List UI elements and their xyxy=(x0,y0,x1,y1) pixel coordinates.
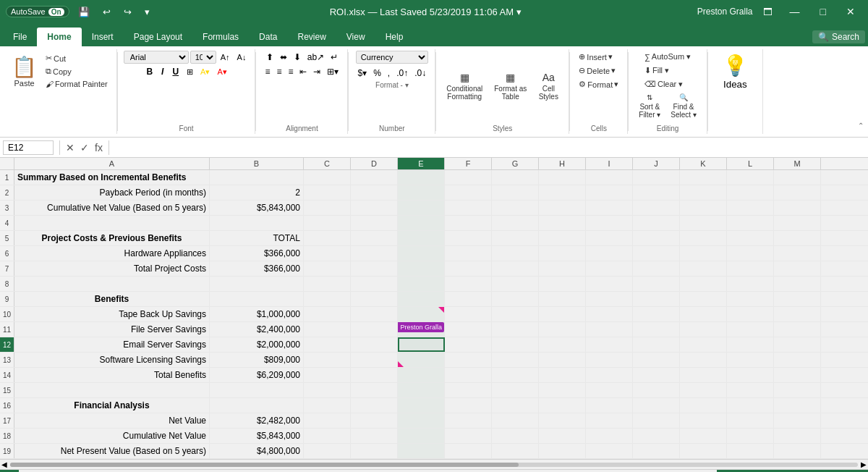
cell-A5[interactable]: Project Costs & Previous Benefits xyxy=(14,231,210,245)
tab-view[interactable]: View xyxy=(336,28,375,46)
cell-J4[interactable] xyxy=(633,216,680,230)
cell-L6[interactable] xyxy=(727,246,774,261)
cell-E11[interactable]: 👤 Preston Gralla xyxy=(398,322,445,337)
tab-page-layout[interactable]: Page Layout xyxy=(124,28,192,46)
cell-I8[interactable] xyxy=(586,277,633,291)
cell-D1[interactable] xyxy=(351,170,398,185)
cell-G17[interactable] xyxy=(492,413,539,428)
cell-L12[interactable] xyxy=(727,337,774,352)
cell-G4[interactable] xyxy=(492,216,539,230)
cell-M16[interactable] xyxy=(774,398,821,413)
cell-I16[interactable] xyxy=(586,398,633,413)
row-num-14[interactable]: 14 xyxy=(0,368,14,382)
cell-B4[interactable] xyxy=(210,216,304,230)
cell-L4[interactable] xyxy=(727,216,774,230)
cell-L19[interactable] xyxy=(727,444,774,458)
cell-H11[interactable] xyxy=(539,322,586,337)
row-num-9[interactable]: 9 xyxy=(0,292,14,306)
cell-M10[interactable] xyxy=(774,307,821,321)
cell-K13[interactable] xyxy=(680,353,727,367)
cell-G12[interactable] xyxy=(492,337,539,352)
cell-K10[interactable] xyxy=(680,307,727,321)
customize-quick-access-btn[interactable]: ▾ xyxy=(140,5,154,19)
cell-F17[interactable] xyxy=(445,413,492,428)
col-header-G[interactable]: G xyxy=(492,158,539,169)
cell-I1[interactable] xyxy=(586,170,633,185)
cell-G15[interactable] xyxy=(492,383,539,397)
cell-M2[interactable] xyxy=(774,185,821,200)
cell-C18[interactable] xyxy=(304,429,351,443)
tab-insert[interactable]: Insert xyxy=(82,28,124,46)
cell-K5[interactable] xyxy=(680,231,727,245)
cell-L18[interactable] xyxy=(727,429,774,443)
cell-F10[interactable] xyxy=(445,307,492,321)
cell-K1[interactable] xyxy=(680,170,727,185)
cell-M15[interactable] xyxy=(774,383,821,397)
undo-btn[interactable]: ↩ xyxy=(98,5,115,19)
cell-B16[interactable] xyxy=(210,398,304,413)
col-header-C[interactable]: C xyxy=(304,158,351,169)
tab-review[interactable]: Review xyxy=(287,28,336,46)
cell-D3[interactable] xyxy=(351,201,398,215)
cell-G8[interactable] xyxy=(492,277,539,291)
cell-M14[interactable] xyxy=(774,368,821,382)
cell-G16[interactable] xyxy=(492,398,539,413)
cell-M11[interactable] xyxy=(774,322,821,337)
cell-I11[interactable] xyxy=(586,322,633,337)
cell-I13[interactable] xyxy=(586,353,633,367)
cell-A14[interactable]: Total Benefits xyxy=(14,368,210,382)
cell-D18[interactable] xyxy=(351,429,398,443)
cell-H8[interactable] xyxy=(539,277,586,291)
cell-G19[interactable] xyxy=(492,444,539,458)
cell-D5[interactable] xyxy=(351,231,398,245)
cell-D4[interactable] xyxy=(351,216,398,230)
cell-H18[interactable] xyxy=(539,429,586,443)
quick-save-btn[interactable]: 💾 xyxy=(74,5,94,19)
maximize-btn[interactable]: □ xyxy=(813,0,833,23)
row-num-1[interactable]: 1 xyxy=(0,170,14,185)
cell-B13[interactable]: $809,000 xyxy=(210,353,304,367)
row-num-16[interactable]: 16 xyxy=(0,398,14,413)
function-btn[interactable]: fx xyxy=(92,142,106,153)
cell-F14[interactable] xyxy=(445,368,492,382)
cell-F15[interactable] xyxy=(445,383,492,397)
redo-btn[interactable]: ↪ xyxy=(119,5,136,19)
cell-F7[interactable] xyxy=(445,261,492,276)
cell-A9[interactable]: Benefits xyxy=(14,292,210,306)
row-num-12[interactable]: 12 xyxy=(0,337,14,352)
fill-btn[interactable]: ⬇ Fill ▾ xyxy=(642,64,694,77)
increase-font-btn[interactable]: A↑ xyxy=(218,51,233,63)
cell-E13[interactable] xyxy=(398,353,445,367)
cell-C12[interactable] xyxy=(304,337,351,352)
cell-F6[interactable] xyxy=(445,246,492,261)
cell-A13[interactable]: Software Licensing Savings xyxy=(14,353,210,367)
cell-G1[interactable] xyxy=(492,170,539,185)
cell-B5[interactable]: TOTAL xyxy=(210,231,304,245)
cell-B9[interactable] xyxy=(210,292,304,306)
increase-decimal-btn[interactable]: .0↑ xyxy=(393,67,411,80)
cell-G6[interactable] xyxy=(492,246,539,261)
cell-A11[interactable]: File Server Savings xyxy=(14,322,210,337)
cell-L5[interactable] xyxy=(727,231,774,245)
cell-J11[interactable] xyxy=(633,322,680,337)
close-btn[interactable]: ✕ xyxy=(839,0,862,23)
cell-D10[interactable] xyxy=(351,307,398,321)
cell-B14[interactable]: $6,209,000 xyxy=(210,368,304,382)
title-dropdown-arrow[interactable]: ▾ xyxy=(516,7,522,17)
cell-J10[interactable] xyxy=(633,307,680,321)
find-select-btn[interactable]: 🔍 Find &Select ▾ xyxy=(666,90,701,122)
col-header-D[interactable]: D xyxy=(351,158,398,169)
cell-H7[interactable] xyxy=(539,261,586,276)
cell-E4[interactable] xyxy=(398,216,445,230)
cell-A17[interactable]: Net Value xyxy=(14,413,210,428)
cell-E9[interactable] xyxy=(398,292,445,306)
col-header-I[interactable]: I xyxy=(586,158,633,169)
cell-K19[interactable] xyxy=(680,444,727,458)
row-num-2[interactable]: 2 xyxy=(0,185,14,200)
orientation-btn[interactable]: ab↗ xyxy=(305,51,327,64)
cancel-formula-btn[interactable]: ✕ xyxy=(63,142,77,153)
cell-E14[interactable] xyxy=(398,368,445,382)
cell-F8[interactable] xyxy=(445,277,492,291)
col-header-E[interactable]: E xyxy=(398,158,445,169)
cell-J7[interactable] xyxy=(633,261,680,276)
